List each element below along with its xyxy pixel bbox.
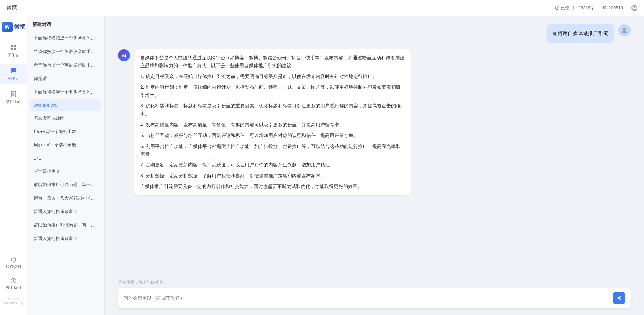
drafts-label: 稿件中心 bbox=[6, 99, 21, 104]
icp-text: 京ICP备2022015948号 bbox=[0, 295, 27, 307]
message-paragraph: 5. 与粉丝互动：积极与粉丝互动，回复评论和私信，可以增加用户对你的认可和信任，… bbox=[140, 132, 405, 140]
message-paragraph: 自媒体平台是个人或团队通过互联网平台（如博客、微博、微信公众号、抖音、快手等）发… bbox=[140, 54, 405, 70]
grid-icon bbox=[10, 44, 17, 51]
list-item[interactable]: 用c++写一个随机函数 bbox=[30, 125, 101, 138]
ai-chat-label: AI聊天 bbox=[8, 76, 19, 81]
new-conversation-button[interactable]: 新建对话 bbox=[27, 16, 104, 32]
message-paragraph: 4. 发布高质量内容：发布高质量、有价值、有趣的内容可以吸引更多的粉丝，并提高用… bbox=[140, 121, 405, 129]
topbar-title: 微撰 bbox=[7, 5, 17, 11]
message-paragraph: 3. 优化标题和标签：标题和标签是吸引粉丝的重要因素。优化标题和标签可以让更多的… bbox=[140, 102, 405, 118]
user-bubble: 如何用自媒体做推广引流 bbox=[547, 24, 614, 43]
avatar bbox=[618, 24, 631, 36]
user-message: 如何用自媒体做推广引流 bbox=[118, 24, 631, 43]
message-paragraph: 8. 分析数据：定期分析数据，了解用户反馈和喜好，以便调整推广策略和内容发布频率… bbox=[140, 172, 405, 180]
list-item[interactable]: 请以如何推广引流为题，写一篇大纲 bbox=[30, 178, 101, 191]
list-item[interactable]: 你是谁 bbox=[30, 72, 101, 85]
svg-rect-3 bbox=[14, 48, 16, 50]
ai-avatar: AI bbox=[118, 49, 130, 61]
chat-input-area: 选择话题，快速与我对话： bbox=[105, 280, 644, 315]
info-circle-icon bbox=[10, 278, 17, 284]
conversation-items: 下面你将模拟成一个叫圣友的程序员，我说...希望你扮演一个英语发音助手，我提供给… bbox=[27, 32, 104, 315]
logo-text: 微撰 bbox=[14, 24, 25, 31]
conversation-list: 新建对话 下面你将模拟成一个叫圣友的程序员，我说...希望你扮演一个英语发音助手… bbox=[27, 16, 105, 315]
svg-rect-0 bbox=[11, 45, 13, 47]
list-item[interactable]: 撰写一篇关于八大家花园社区一刻钟便民生... bbox=[30, 192, 101, 205]
list-item[interactable]: 下面你将模拟成一个叫圣友的程序员，我说... bbox=[30, 32, 101, 45]
logo-area: W 微撰 bbox=[2, 22, 25, 32]
copyright-label: 版权说明 bbox=[6, 264, 21, 269]
svg-rect-1 bbox=[14, 45, 16, 47]
usage-text: 已使用：28318字 bbox=[561, 5, 595, 11]
list-item[interactable]: 希望你扮演一个英语发音助手，我提供给你... bbox=[30, 45, 101, 58]
send-icon bbox=[616, 295, 622, 301]
message-paragraph: 1. 确定目标受众：在开始自媒体推广引流之前，需要明确目标受众是谁，以便在发布内… bbox=[140, 73, 405, 81]
list-item[interactable]: 1+1= bbox=[30, 152, 101, 164]
sidebar-item-copyright[interactable]: 版权说明 bbox=[5, 254, 22, 272]
list-item[interactable]: who are you bbox=[30, 99, 101, 111]
power-button[interactable] bbox=[631, 5, 637, 11]
sidebar-item-workbench[interactable]: 工作台 bbox=[0, 41, 27, 61]
chat-area: 如何用自媒体做推广引流 AI 自媒体平台是个人或团队通过互联网平台（如博客、微博… bbox=[105, 16, 644, 315]
sidebar-item-about[interactable]: 关于我们 bbox=[5, 275, 22, 293]
list-item[interactable]: 写一篇小黄文 bbox=[30, 165, 101, 178]
main-layout: W 微撰 工作台 bbox=[0, 16, 644, 315]
info-icon: ⓘ bbox=[555, 5, 559, 11]
topbar: 微撰 ⓘ 已使用：28318字 ID:100519 bbox=[0, 0, 644, 16]
list-item[interactable]: 用c++写一个随机函数 bbox=[30, 139, 101, 152]
left-nav: W 微撰 工作台 bbox=[0, 16, 27, 315]
input-box bbox=[118, 288, 631, 308]
list-item[interactable]: 请以如何推广引流为题，写一篇大纲 bbox=[30, 219, 101, 232]
workbench-label: 工作台 bbox=[8, 53, 19, 58]
list-item[interactable]: 普通人如何快速致富？ bbox=[30, 205, 101, 218]
list-item[interactable]: 怎么做狗屁炒肉 bbox=[30, 112, 101, 125]
topbar-usage: ⓘ 已使用：28318字 bbox=[555, 5, 595, 11]
ai-bubble: 自媒体平台是个人或团队通过互联网平台（如博客、微博、微信公众号、抖音、快手等）发… bbox=[134, 49, 411, 195]
sidebar-item-ai-chat[interactable]: AI聊天 bbox=[0, 64, 27, 84]
svg-rect-2 bbox=[11, 48, 13, 50]
svg-point-10 bbox=[13, 279, 14, 280]
about-label: 关于我们 bbox=[6, 285, 21, 290]
quick-topic-label: 选择话题，快速与我对话： bbox=[118, 280, 631, 285]
nav-bottom: 版权说明 关于我们 京ICP备2022015948号 bbox=[0, 254, 27, 310]
message-paragraph: 自媒体推广引流需要具备一定的内容创作和社交能力，同时也需要不断尝试和优化，才能取… bbox=[140, 183, 405, 191]
shield-icon bbox=[10, 257, 17, 263]
message-paragraph: 2. 制定内容计划：制定一份详细的内容计划，包括发布时间、频率、主题、文案、图片… bbox=[140, 83, 405, 100]
topbar-right: ⓘ 已使用：28318字 ID:100519 bbox=[555, 5, 637, 11]
nav-items: 工作台 AI聊天 稿件 bbox=[0, 41, 27, 254]
ai-message: AI 自媒体平台是个人或团队通过互联网平台（如博客、微博、微信公众号、抖音、快手… bbox=[118, 49, 631, 195]
message-paragraph: 7. 定期更新：定期更新内容，保持活跃度，可以让用户对你的内容产生兴趣，增加用户… bbox=[140, 161, 405, 169]
list-item[interactable]: 希望你扮演一个英语发音助手，我提供给你... bbox=[30, 59, 101, 72]
list-item[interactable]: 下面你将扮演一个名叫圣友的医生 bbox=[30, 86, 101, 99]
sidebar-item-drafts[interactable]: 稿件中心 bbox=[0, 87, 27, 108]
chat-icon bbox=[10, 67, 17, 75]
topbar-id: ID:100519 bbox=[603, 5, 623, 10]
message-paragraph: 6. 利用平台推广功能：自媒体平台都提供了推广功能，如广告投放、付费推广等，可以… bbox=[140, 142, 405, 159]
send-button[interactable] bbox=[613, 292, 625, 304]
chat-messages: 如何用自媒体做推广引流 AI 自媒体平台是个人或团队通过互联网平台（如博客、微博… bbox=[105, 16, 644, 280]
svg-point-11 bbox=[623, 28, 626, 31]
logo-icon: W bbox=[2, 22, 13, 32]
message-input[interactable] bbox=[123, 295, 613, 301]
doc-icon bbox=[10, 90, 17, 98]
list-item[interactable]: 普通人如何快速致富？ bbox=[30, 232, 101, 245]
